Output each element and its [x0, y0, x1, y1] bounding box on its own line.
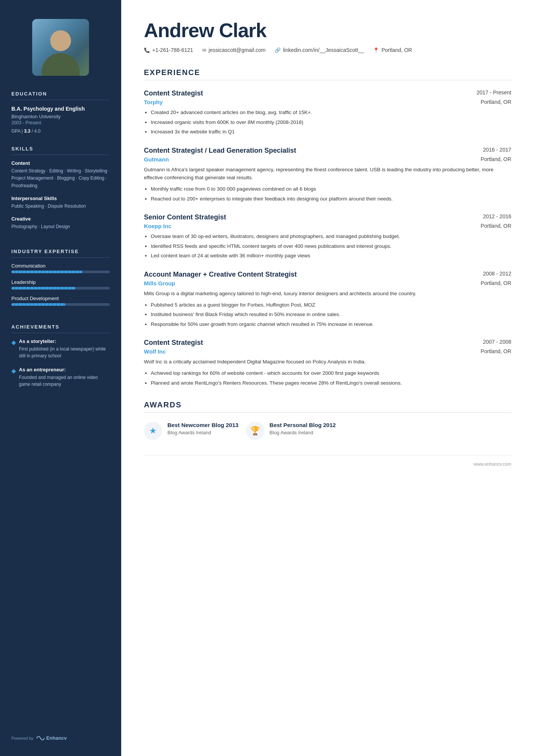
skills-section: SKILLS Content Content Strategy · Editin… [11, 146, 110, 236]
award-info: Best Personal Blog 2012 Blog Awards Irel… [270, 422, 336, 435]
phone-value: +1-261-788-6121 [152, 47, 193, 53]
industry-item: Leadership [11, 279, 110, 290]
enhancv-logo-icon [36, 736, 45, 741]
email-icon: ✉ [202, 47, 206, 53]
job-dates: 2008 - 2012 [483, 271, 511, 277]
industry-name: Product Development [11, 296, 110, 301]
job-company: Gutmann [144, 156, 169, 163]
candidate-name: Andrew Clark [144, 19, 511, 42]
awards-title: AWARDS [144, 401, 511, 413]
progress-bar [11, 271, 110, 273]
job-bullet: Reached out to 200+ enterprises to integ… [151, 195, 511, 203]
job-title: Senior Content Strategist [144, 213, 226, 221]
progress-bar-fill [11, 271, 82, 273]
achievement-item: ◆ As a storyteller: First published (in … [11, 338, 110, 359]
job-company-row: Gutmann Portland, OR [144, 156, 511, 163]
award-icon: ★ [144, 422, 162, 440]
award-title: Best Newcomer Blog 2013 [167, 422, 239, 428]
job-bullet: Planned and wrote RentLingo's Renters Re… [151, 379, 511, 387]
job-dates: 2007 - 2008 [483, 339, 511, 345]
contact-email: ✉ jessicascott@gmail.com [202, 47, 265, 53]
location-value: Portland, OR [381, 47, 412, 53]
achievements-container: ◆ As a storyteller: First published (in … [11, 338, 110, 388]
skills-title: SKILLS [11, 146, 110, 155]
job-desc: Mills Group is a digital marketing agenc… [144, 290, 511, 298]
job-title: Account Manager + Creative Content Strat… [144, 271, 297, 279]
email-value: jessicascott@gmail.com [209, 47, 265, 53]
job-location: Portland, OR [481, 223, 511, 229]
job-company: Koepp Inc [144, 223, 172, 229]
skill-category: Content Content Strategy · Editing · Wri… [11, 160, 110, 189]
contact-location: 📍 Portland, OR [373, 47, 412, 53]
awards-container: ★ Best Newcomer Blog 2013 Blog Awards Ir… [144, 422, 511, 440]
job-dates: 2012 - 2016 [483, 213, 511, 219]
job-bullet: Published 5 articles as a guest blogger … [151, 301, 511, 309]
skills-container: Content Content Strategy · Editing · Wri… [11, 160, 110, 230]
industry-section: INDUSTRY EXPERTISE Communication Leaders… [11, 249, 110, 312]
jobs-container: Content Strategist 2017 - Present Torphy… [144, 89, 511, 387]
job-location: Portland, OR [481, 156, 511, 163]
brand-name: Enhancv [46, 735, 67, 741]
awards-section: AWARDS ★ Best Newcomer Blog 2013 Blog Aw… [144, 401, 511, 440]
industry-item: Product Development [11, 296, 110, 306]
job-dates: 2017 - Present [476, 89, 511, 95]
experience-title: EXPERIENCE [144, 68, 511, 80]
job-desc: Wolf Inc is a critically acclaimed Indep… [144, 358, 511, 366]
industry-title: INDUSTRY EXPERTISE [11, 249, 110, 258]
industry-item: Communication [11, 263, 110, 273]
job-bullets: Created 20+ advanced content articles on… [144, 108, 511, 136]
contact-row: 📞 +1-261-788-6121 ✉ jessicascott@gmail.c… [144, 47, 511, 53]
skill-category-name: Interpersonal Skills [11, 196, 110, 201]
education-title: EDUCATION [11, 91, 110, 100]
job-bullets: Oversaw team of 30 op-ed writers, illust… [144, 232, 511, 260]
skill-category-name: Content [11, 160, 110, 166]
achievement-content: As an entrepreneur: Founded and managed … [19, 367, 110, 388]
powered-by-footer: Powered by Enhancv [11, 724, 110, 741]
achievement-title: As a storyteller: [19, 338, 110, 344]
skill-items: Public Speaking · Dispute Resolution [11, 203, 110, 210]
job-entry: Content Strategist 2017 - Present Torphy… [144, 89, 511, 136]
achievement-desc: Founded and managed an online video game… [19, 374, 110, 388]
contact-linkedin: 🔗 linkedin.com/in/__JessaicaScott__ [275, 47, 364, 53]
achievement-item: ◆ As an entrepreneur: Founded and manage… [11, 367, 110, 388]
progress-bar-fill [11, 303, 66, 306]
skill-category: Interpersonal Skills Public Speaking · D… [11, 196, 110, 210]
linkedin-icon: 🔗 [275, 47, 281, 53]
job-bullet: Oversaw team of 30 op-ed writers, illust… [151, 232, 511, 241]
achievement-desc: First published (in a local newspaper) w… [19, 346, 110, 359]
job-entry: Account Manager + Creative Content Strat… [144, 271, 511, 328]
job-entry: Content Strategist / Lead Generation Spe… [144, 147, 511, 203]
job-entry: Content Strategist 2007 - 2008 Wolf Inc … [144, 339, 511, 387]
job-location: Portland, OR [481, 280, 511, 286]
industry-name: Leadership [11, 279, 110, 285]
job-dates: 2016 - 2017 [483, 147, 511, 153]
experience-section: EXPERIENCE Content Strategist 2017 - Pre… [144, 68, 511, 387]
skill-items: Content Strategy · Editing · Writing · S… [11, 167, 110, 189]
education-section: EDUCATION B.A. Psychology and English Bi… [11, 91, 110, 134]
job-company-row: Wolf Inc Portland, OR [144, 348, 511, 355]
award-title: Best Personal Blog 2012 [270, 422, 336, 428]
education-gpa: GPA | 3.3 / 4.0 [11, 128, 110, 134]
job-header: Account Manager + Creative Content Strat… [144, 271, 511, 279]
award-card: 🏆 Best Personal Blog 2012 Blog Awards Ir… [246, 422, 337, 440]
job-bullet: Instituted business' first Black Friday … [151, 310, 511, 319]
job-title: Content Strategist [144, 89, 203, 97]
achievement-title: As an entrepreneur: [19, 367, 110, 373]
job-bullet: Increased organic visits from 600K to ov… [151, 118, 511, 127]
main-header: Andrew Clark 📞 +1-261-788-6121 ✉ jessica… [144, 19, 511, 53]
job-company-row: Koepp Inc Portland, OR [144, 223, 511, 229]
job-title: Content Strategist [144, 339, 203, 347]
progress-bar-fill [11, 287, 75, 290]
resume-wrapper: EDUCATION B.A. Psychology and English Bi… [0, 0, 534, 756]
progress-bar [11, 303, 110, 306]
achievement-content: As a storyteller: First published (in a … [19, 338, 110, 359]
linkedin-value: linkedin.com/in/__JessaicaScott__ [283, 47, 364, 53]
achievement-icon: ◆ [11, 367, 16, 374]
avatar-container [11, 19, 110, 76]
job-bullet: Responsible for 50% user growth from org… [151, 320, 511, 329]
job-bullet: Increased 3x the website traffic in Q1 [151, 128, 511, 136]
job-bullets: Achieved top rankings for 60% of website… [144, 369, 511, 387]
progress-bar [11, 287, 110, 290]
skill-items: Photography · Layout Design [11, 223, 110, 230]
contact-phone: 📞 +1-261-788-6121 [144, 47, 193, 53]
